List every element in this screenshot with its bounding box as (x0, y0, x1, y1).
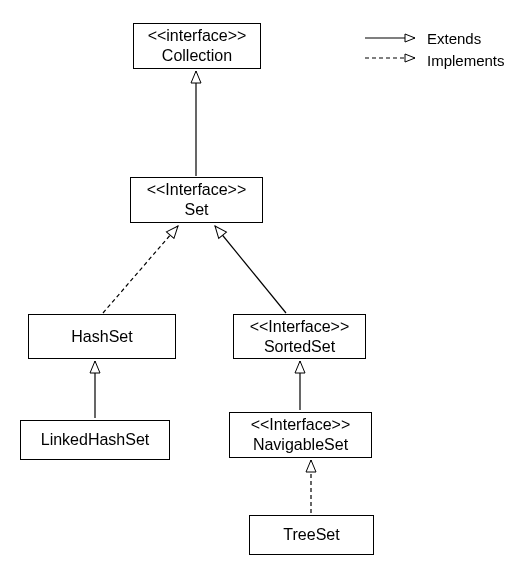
class-name: SortedSet (264, 337, 335, 357)
stereotype: <<Interface>> (250, 317, 350, 337)
node-navigableset: <<Interface>> NavigableSet (229, 412, 372, 458)
node-treeset: TreeSet (249, 515, 374, 555)
stereotype: <<interface>> (148, 26, 247, 46)
node-collection: <<interface>> Collection (133, 23, 261, 69)
connectors-layer (0, 0, 529, 587)
svg-line-1 (103, 226, 178, 313)
legend: Extends Implements (363, 27, 505, 71)
class-name: Collection (162, 46, 232, 66)
legend-extends-row: Extends (363, 27, 505, 49)
class-name: HashSet (71, 327, 132, 347)
legend-implements-label: Implements (427, 52, 505, 69)
class-name: LinkedHashSet (41, 430, 150, 450)
legend-extends-label: Extends (427, 30, 481, 47)
stereotype: <<Interface>> (251, 415, 351, 435)
node-linkedhashset: LinkedHashSet (20, 420, 170, 460)
svg-line-2 (215, 226, 286, 313)
legend-implements-row: Implements (363, 49, 505, 71)
class-name: TreeSet (283, 525, 339, 545)
class-name: NavigableSet (253, 435, 348, 455)
node-sortedset: <<Interface>> SortedSet (233, 314, 366, 359)
node-hashset: HashSet (28, 314, 176, 359)
node-set: <<Interface>> Set (130, 177, 263, 223)
class-name: Set (184, 200, 208, 220)
stereotype: <<Interface>> (147, 180, 247, 200)
